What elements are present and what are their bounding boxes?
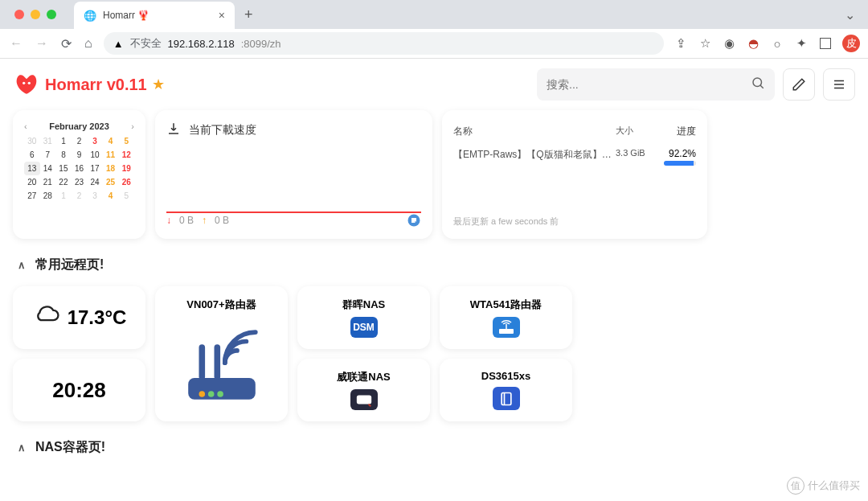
- cal-prev[interactable]: ‹: [24, 121, 27, 131]
- chevron-up-icon: ∧: [18, 259, 26, 271]
- window-minimize[interactable]: [31, 10, 40, 19]
- circle-icon[interactable]: ○: [770, 36, 784, 51]
- cal-day[interactable]: 16: [72, 162, 88, 175]
- dsm-icon: DSM: [350, 317, 378, 338]
- cal-day[interactable]: 17: [87, 162, 103, 175]
- cal-day[interactable]: 26: [118, 175, 134, 189]
- chevron-down-icon[interactable]: ⌄: [832, 7, 868, 23]
- forward-button[interactable]: →: [34, 35, 50, 52]
- bookmark-icon[interactable]: ☆: [698, 36, 712, 51]
- window-close[interactable]: [14, 10, 24, 19]
- cal-day[interactable]: 3: [87, 189, 103, 203]
- url-path: :8099/zh: [241, 38, 281, 50]
- panel-icon[interactable]: [818, 36, 833, 51]
- share-icon[interactable]: ⇪: [674, 36, 688, 51]
- cal-day[interactable]: 28: [40, 189, 56, 203]
- app-header: Homarr v0.11 ★: [0, 59, 868, 110]
- cal-day[interactable]: 13: [24, 162, 40, 175]
- search-icon[interactable]: [751, 76, 765, 93]
- cal-day[interactable]: 25: [103, 175, 119, 189]
- cloud-icon: [32, 305, 59, 331]
- cal-day[interactable]: 30: [24, 134, 40, 148]
- menu-button[interactable]: [823, 68, 855, 101]
- section-title: 常用远程页!: [35, 257, 104, 273]
- cal-day[interactable]: 18: [103, 162, 119, 175]
- cal-day[interactable]: 23: [72, 175, 88, 189]
- service-xpenology[interactable]: DS3615xs: [440, 359, 572, 421]
- svg-rect-14: [356, 396, 371, 404]
- edit-button[interactable]: [783, 68, 815, 101]
- cal-day[interactable]: 2: [72, 189, 88, 203]
- cal-day[interactable]: 27: [24, 189, 40, 203]
- watermark-badge: 值: [787, 477, 805, 495]
- svg-rect-10: [214, 344, 220, 380]
- upload-value: 0 B: [215, 215, 229, 226]
- table-row[interactable]: 【EMTP-Raws】【Q版猫和老鼠】Tom & Jerry Kid... 3.…: [453, 145, 696, 169]
- cal-day[interactable]: 3: [87, 134, 103, 148]
- cal-next[interactable]: ›: [131, 121, 134, 131]
- cal-day[interactable]: 1: [55, 189, 72, 203]
- service-synology[interactable]: 群晖NAS DSM: [297, 286, 430, 349]
- cal-day[interactable]: 24: [87, 175, 103, 189]
- upload-arrow-icon: ↑: [202, 215, 207, 226]
- tab-title: Homarr 🦞: [103, 10, 212, 21]
- new-tab-button[interactable]: +: [235, 6, 263, 23]
- svc-title: 群晖NAS: [342, 298, 385, 312]
- extension-icon[interactable]: ◉: [722, 36, 736, 51]
- back-button[interactable]: ←: [8, 35, 24, 52]
- service-router[interactable]: VN007+路由器: [155, 286, 288, 421]
- xpenology-icon: [493, 387, 520, 410]
- cal-day[interactable]: 9: [72, 148, 88, 162]
- calendar-widget: ‹ February 2023 › 3031123456789101112131…: [13, 110, 145, 239]
- svg-line-3: [760, 85, 764, 88]
- svg-point-12: [207, 391, 214, 397]
- browser-chrome: 🌐 Homarr 🦞 × + ⌄ ← → ⟳ ⌂ ▲ 不安全 192.168.2…: [0, 0, 868, 59]
- cal-day[interactable]: 5: [118, 134, 134, 148]
- svg-point-11: [199, 391, 205, 397]
- home-button[interactable]: ⌂: [83, 35, 94, 52]
- cal-day[interactable]: 2: [72, 134, 88, 148]
- torrent-name: 【EMTP-Raws】【Q版猫和老鼠】Tom & Jerry Kid...: [453, 148, 616, 166]
- qbittorrent-icon[interactable]: [407, 213, 421, 228]
- cal-day[interactable]: 6: [24, 148, 40, 162]
- weather-widget[interactable]: 17.3°C: [13, 286, 145, 349]
- cal-day[interactable]: 14: [40, 162, 56, 175]
- service-wta[interactable]: WTA541路由器: [440, 286, 572, 349]
- cal-day[interactable]: 4: [103, 189, 119, 203]
- cal-day[interactable]: 5: [118, 189, 134, 203]
- cal-day[interactable]: 21: [40, 175, 56, 189]
- extensions-icon[interactable]: ✦: [794, 36, 809, 51]
- search-input[interactable]: [547, 78, 751, 91]
- col-progress: 进度: [651, 125, 696, 138]
- temperature: 17.3°C: [68, 306, 127, 329]
- reload-button[interactable]: ⟳: [59, 35, 73, 53]
- search-box[interactable]: [537, 68, 775, 101]
- cal-day[interactable]: 20: [24, 175, 40, 189]
- browser-tab[interactable]: 🌐 Homarr 🦞 ×: [74, 2, 235, 29]
- router-icon: [174, 318, 270, 410]
- cal-day[interactable]: 7: [40, 148, 56, 162]
- cal-day[interactable]: 31: [40, 134, 56, 148]
- cal-day[interactable]: 19: [118, 162, 134, 175]
- cal-day[interactable]: 11: [103, 148, 119, 162]
- profile-avatar[interactable]: 皮: [842, 35, 860, 52]
- section-nas[interactable]: ∧ NAS容器页!: [13, 431, 855, 459]
- close-icon[interactable]: ×: [219, 9, 225, 22]
- cal-day[interactable]: 12: [118, 148, 134, 162]
- cal-day[interactable]: 22: [55, 175, 72, 189]
- cal-day[interactable]: 15: [55, 162, 72, 175]
- torrent-progress: 92.2%: [651, 148, 696, 166]
- service-qnap[interactable]: 威联通NAS: [297, 359, 430, 421]
- cal-day[interactable]: 8: [55, 148, 72, 162]
- watermark-text: 什么值得买: [808, 478, 860, 493]
- window-maximize[interactable]: [47, 10, 56, 19]
- cal-day[interactable]: 1: [55, 134, 72, 148]
- ublock-icon[interactable]: ◓: [746, 36, 760, 51]
- section-title: NAS容器页!: [35, 439, 105, 456]
- address-bar[interactable]: ▲ 不安全 192.168.2.118:8099/zh: [104, 32, 664, 55]
- cal-day[interactable]: 10: [87, 148, 103, 162]
- app-logo[interactable]: Homarr v0.11 ★: [13, 72, 165, 97]
- section-remote[interactable]: ∧ 常用远程页!: [13, 248, 855, 277]
- download-title: 当前下載速度: [189, 123, 256, 138]
- cal-day[interactable]: 4: [103, 134, 119, 148]
